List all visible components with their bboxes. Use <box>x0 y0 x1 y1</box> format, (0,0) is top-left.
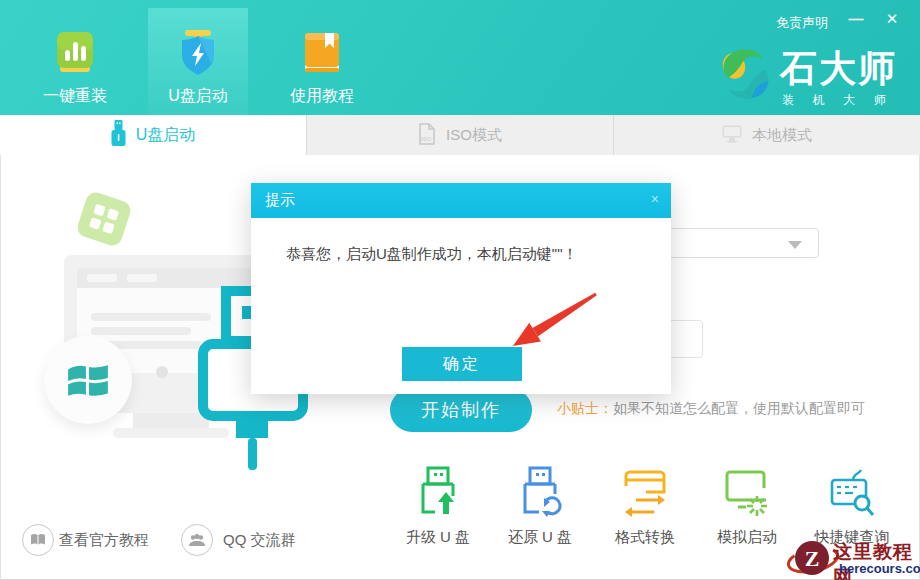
brand-name: 石大师 <box>780 44 897 94</box>
tool-label: 格式转换 <box>597 528 693 547</box>
disclaimer-link[interactable]: 免责声明 <box>776 14 828 32</box>
tab-label: ISO模式 <box>446 126 502 145</box>
mode-tabbar: U盘启动 ISO ISO模式 本地模式 <box>0 115 920 155</box>
people-icon <box>181 524 213 556</box>
nav-label: 使用教程 <box>272 86 372 107</box>
watermark-badge-icon: Z <box>787 534 839 580</box>
watermark-domain: herecours.com <box>839 561 920 576</box>
link-label[interactable]: 查看官方教程 <box>59 531 149 550</box>
tool-label: 升级 U 盘 <box>390 528 486 547</box>
content-area: 开始制作 小贴士：如果不知道怎么配置，使用默认配置即可 提示 × 恭喜您，启动U… <box>0 155 920 580</box>
app-window: 一键重装 U盘启动 <box>0 0 920 580</box>
tip-text: 小贴士：如果不知道怎么配置，使用默认配置即可 <box>557 400 865 418</box>
hotkey-search-icon <box>829 466 875 522</box>
dialog-close-icon[interactable]: × <box>651 191 659 207</box>
tutorial-book-icon <box>298 28 346 76</box>
tool-label: 还原 U 盘 <box>492 528 588 547</box>
tagline-char: 大 <box>843 92 855 109</box>
format-convert-icon <box>622 466 668 522</box>
tab-label: 本地模式 <box>752 126 812 145</box>
dialog-message: 恭喜您，启动U盘制作成功，本机启动键""！ <box>286 245 577 264</box>
windows-tile-icon <box>75 190 133 248</box>
header: 一键重装 U盘启动 <box>0 0 920 115</box>
usb-upgrade-icon <box>415 466 461 522</box>
close-button[interactable]: ✕ <box>880 7 904 31</box>
tagline-char: 机 <box>813 92 825 109</box>
simulate-boot-icon <box>724 466 770 522</box>
reinstall-chart-icon <box>51 28 99 76</box>
start-make-button[interactable]: 开始制作 <box>390 388 532 432</box>
svg-text:ISO: ISO <box>421 136 432 142</box>
svg-text:Z: Z <box>805 546 820 571</box>
nav-label: U盘启动 <box>148 86 248 107</box>
book-icon <box>22 524 54 556</box>
windows-flag-icon <box>65 357 111 403</box>
tip-body: 如果不知道怎么配置，使用默认配置即可 <box>613 400 865 416</box>
link-label[interactable]: QQ 交流群 <box>223 531 296 550</box>
tip-label: 小贴士： <box>557 400 613 416</box>
tool-restore-usb[interactable]: 还原 U 盘 <box>492 466 588 547</box>
nav-item-usb-boot[interactable]: U盘启动 <box>148 8 248 115</box>
local-monitor-icon <box>722 125 742 146</box>
usb-drive-icon <box>111 120 126 151</box>
tab-local-mode[interactable]: 本地模式 <box>613 115 920 155</box>
tool-label: 模拟启动 <box>699 528 795 547</box>
windows-logo-badge <box>44 336 132 424</box>
chevron-down-icon <box>788 241 802 249</box>
dialog-header: 提示 × <box>251 183 671 218</box>
tool-format-convert[interactable]: 格式转换 <box>597 466 693 547</box>
usb-shield-icon <box>174 28 222 76</box>
usb-restore-icon <box>517 466 563 522</box>
dialog-title: 提示 <box>265 191 295 210</box>
iso-file-icon: ISO <box>418 123 436 148</box>
brand-logo-icon <box>714 42 778 106</box>
tool-simulate-boot[interactable]: 模拟启动 <box>699 466 795 547</box>
nav-label: 一键重装 <box>25 86 125 107</box>
nav-item-tutorial[interactable]: 使用教程 <box>272 0 372 115</box>
site-watermark: Z 这里教程网 herecours.com <box>787 534 920 580</box>
tab-label: U盘启动 <box>136 125 196 146</box>
minimize-button[interactable]: — <box>844 7 868 31</box>
tagline-char: 师 <box>874 92 886 109</box>
tagline-char: 装 <box>782 92 794 109</box>
tab-iso-mode[interactable]: ISO ISO模式 <box>306 115 613 155</box>
tab-usb-boot[interactable]: U盘启动 <box>0 115 306 155</box>
nav-item-reinstall[interactable]: 一键重装 <box>25 0 125 115</box>
red-arrow-annotation <box>501 280 611 359</box>
tool-upgrade-usb[interactable]: 升级 U 盘 <box>390 466 486 547</box>
brand-tagline: 装 机 大 师 <box>782 92 886 109</box>
